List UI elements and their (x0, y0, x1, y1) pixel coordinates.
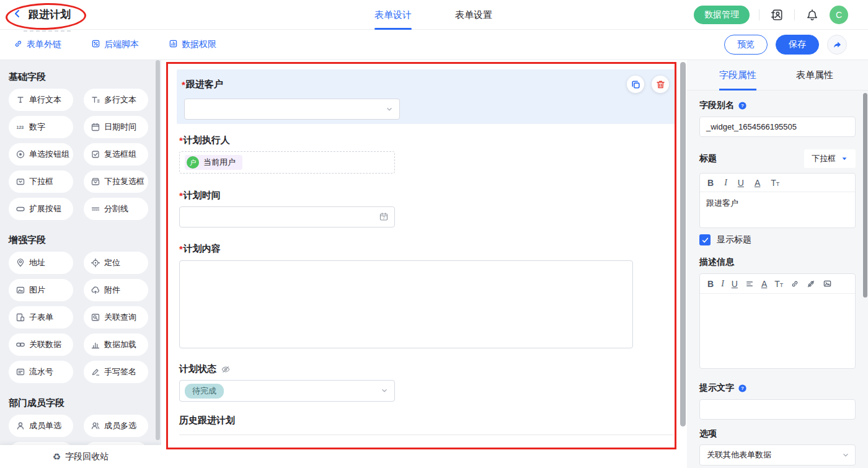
options-source-select[interactable]: 关联其他表单数据 (699, 444, 856, 466)
notification-bell-icon[interactable] (804, 7, 820, 23)
canvas-scrollbar[interactable] (680, 62, 686, 426)
hint-text-input[interactable] (699, 399, 856, 420)
description-editor-content[interactable] (700, 294, 855, 368)
palette-item-linked-data[interactable]: 关联数据 (9, 333, 73, 356)
address-book-icon[interactable] (769, 7, 785, 23)
palette-item-divider[interactable]: 分割线 (84, 198, 148, 220)
attachment-icon (91, 285, 100, 295)
palette-item-location[interactable]: 定位 (84, 252, 148, 274)
data-manage-button[interactable]: 数据管理 (694, 6, 750, 24)
palette-item-data-load[interactable]: 数据加载 (84, 333, 148, 356)
palette-item-select[interactable]: 下拉框 (9, 170, 73, 193)
palette-item-multi-select[interactable]: 下拉复选框 (84, 170, 148, 193)
palette-item-member-multi[interactable]: 成员多选 (84, 415, 148, 437)
font-size-icon[interactable]: TT (771, 179, 779, 187)
data-permission-action[interactable]: 数据权限 (169, 39, 216, 50)
bold-icon[interactable]: B (707, 179, 714, 187)
palette-item-signature[interactable]: 手写签名 (84, 361, 148, 383)
header-divider (794, 9, 795, 20)
show-title-checkbox[interactable] (699, 234, 711, 245)
palette-item-address[interactable]: 地址 (9, 252, 73, 274)
chevron-down-icon (380, 386, 389, 397)
recycle-icon: ♻ (53, 451, 61, 462)
underline-icon[interactable]: U (738, 179, 744, 187)
palette-item-member-single[interactable]: 成员单选 (9, 415, 73, 437)
tab-field-properties[interactable]: 字段属性 (719, 60, 756, 91)
font-size-icon[interactable]: TT (774, 280, 783, 288)
align-icon[interactable] (745, 280, 754, 288)
sidebar-scrollbar[interactable] (156, 60, 160, 440)
select-icon (16, 177, 25, 187)
svg-text:?: ? (741, 103, 744, 108)
palette-item-attachment[interactable]: 附件 (84, 279, 148, 301)
field-card-follow-customer[interactable]: * 跟进客户 (177, 69, 676, 124)
field-label: * 计划时间 (179, 190, 395, 201)
field-plan-content[interactable]: * 计划内容 (179, 243, 633, 348)
help-question-icon[interactable]: ? (738, 101, 747, 110)
italic-icon[interactable]: I (721, 280, 724, 288)
field-alias-input[interactable]: _widget_1654566195505 (699, 117, 856, 137)
section-title-basic: 基础字段 (9, 71, 161, 83)
palette-item-extend-button[interactable]: 扩展按钮 (9, 198, 73, 220)
remove-link-icon[interactable] (807, 280, 815, 288)
tab-form-settings[interactable]: 表单设置 (455, 0, 492, 30)
back-navigation[interactable]: 跟进计划 (12, 7, 71, 22)
header-divider (759, 9, 760, 20)
current-user-tag[interactable]: 户 当前用户 (185, 155, 242, 170)
palette-item-image[interactable]: 图片 (9, 279, 73, 301)
plan-content-textarea[interactable] (179, 260, 633, 348)
panel-tabs: 字段属性 表单属性 (687, 60, 868, 91)
widget-type-dropdown[interactable]: 下拉框 (804, 149, 856, 168)
palette-item-serial-number[interactable]: 流水号 (9, 361, 73, 383)
italic-icon[interactable]: I (724, 179, 727, 187)
field-label: * 跟进客户 (182, 79, 669, 91)
palette-item-subform[interactable]: 子表单 (9, 306, 73, 329)
tab-form-properties[interactable]: 表单属性 (796, 60, 833, 91)
palette-item-multi-line-text[interactable]: 多行文本 (84, 89, 148, 111)
field-history-plans[interactable]: 历史跟进计划 (179, 415, 673, 435)
share-button[interactable] (827, 35, 847, 55)
single-line-text-icon (16, 95, 25, 105)
font-color-icon[interactable]: A (755, 179, 760, 187)
preview-button[interactable]: 预览 (724, 35, 768, 55)
member-picker[interactable]: 户 当前用户 (179, 151, 395, 174)
user-tag-avatar: 户 (187, 156, 199, 169)
palette-item-radio-group[interactable]: 单选按钮组 (9, 143, 73, 166)
field-recycle-bin[interactable]: ♻ 字段回收站 (0, 445, 161, 468)
delete-field-button[interactable] (652, 76, 669, 93)
insert-image-icon[interactable] (823, 279, 832, 288)
font-color-icon[interactable]: A (761, 280, 767, 288)
help-question-icon[interactable]: ? (738, 384, 747, 393)
insert-link-icon[interactable] (790, 280, 799, 288)
user-avatar[interactable]: C (830, 6, 848, 24)
header-right-cluster: 数据管理 C (694, 6, 848, 24)
palette-item-datetime[interactable]: 日期时间 (84, 116, 148, 138)
title-label: 标题 (699, 153, 717, 164)
back-chevron-icon[interactable] (12, 9, 22, 21)
hint-text-label: 提示文字 ? (699, 382, 856, 394)
palette-item-linked-query[interactable]: 关联查询 (84, 306, 148, 329)
palette-item-checkbox-group[interactable]: 复选框组 (84, 143, 148, 166)
date-picker-input[interactable]: 7 (179, 206, 395, 227)
field-plan-time[interactable]: * 计划时间 7 (179, 190, 395, 227)
copy-field-button[interactable] (627, 76, 644, 93)
tab-form-design[interactable]: 表单设计 (374, 0, 412, 30)
save-button[interactable]: 保存 (776, 35, 819, 55)
external-link-action[interactable]: 表单外链 (14, 39, 61, 50)
backend-script-action[interactable]: 后端脚本 (91, 39, 139, 50)
field-plan-status[interactable]: 计划状态 待完成 (179, 363, 395, 402)
subform-icon (16, 312, 25, 322)
required-asterisk: * (179, 190, 183, 201)
follow-customer-select[interactable] (184, 99, 400, 120)
palette-item-single-line-text[interactable]: 单行文本 (9, 89, 73, 111)
image-field-icon (16, 285, 25, 295)
title-editor-content[interactable]: 跟进客户 (700, 192, 855, 227)
palette-item-number[interactable]: 123数字 (9, 116, 73, 138)
underline-icon[interactable]: U (732, 280, 738, 288)
chevron-down-icon (841, 451, 850, 461)
divider-icon (91, 204, 100, 214)
plan-status-select[interactable]: 待完成 (179, 380, 395, 402)
panel-scrollbar[interactable] (863, 93, 867, 298)
bold-icon[interactable]: B (707, 280, 714, 288)
field-plan-executor[interactable]: * 计划执行人 户 当前用户 (179, 135, 395, 174)
